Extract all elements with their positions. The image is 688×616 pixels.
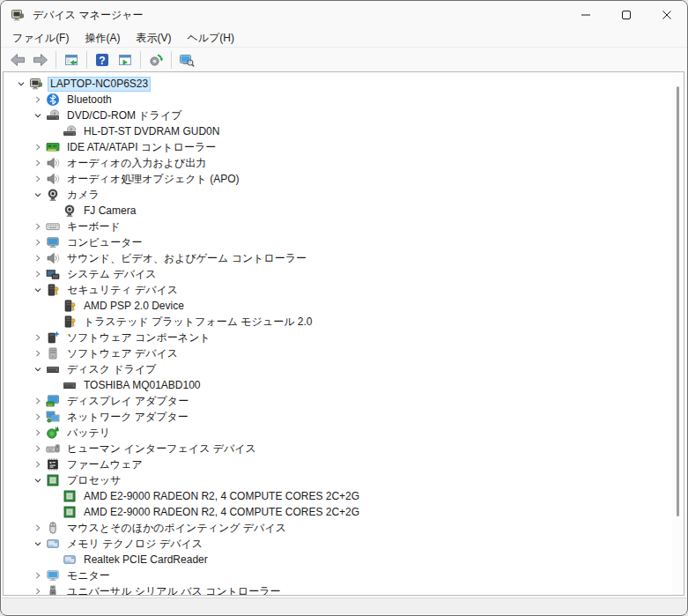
tree-item[interactable]: AMD E2-9000 RADEON R2, 4 COMPUTE CORES 2… (4, 504, 684, 520)
computer-root-icon (29, 77, 43, 91)
chevron-right-icon[interactable] (29, 93, 46, 107)
tree-item-label: IDE ATA/ATAPI コントローラー (64, 141, 218, 154)
indent-spacer (4, 560, 46, 560)
tree-item[interactable]: ソフトウェア デバイス (4, 345, 684, 361)
tree-item[interactable]: セキュリティ デバイス (4, 282, 684, 298)
tree-item[interactable]: カメラ (4, 187, 684, 203)
software-device-icon (46, 346, 60, 360)
chevron-placeholder (46, 124, 63, 138)
chevron-right-icon[interactable] (29, 330, 46, 345)
tree-item[interactable]: ユニバーサル シリアル バス コントローラー (4, 583, 684, 596)
chevron-right-icon[interactable] (29, 568, 46, 583)
show-console-tree-button[interactable] (60, 49, 83, 70)
indent-spacer (4, 147, 29, 148)
chevron-right-icon[interactable] (29, 267, 46, 281)
chevron-down-icon[interactable] (29, 537, 46, 551)
indent-spacer (4, 322, 46, 323)
tree-item[interactable]: キーボード (4, 219, 684, 234)
tree-item[interactable]: HL-DT-ST DVDRAM GUD0N (4, 123, 684, 139)
scan-hardware-changes-button[interactable] (144, 49, 167, 70)
maximize-button[interactable] (606, 1, 647, 29)
tree-item[interactable]: バッテリ (4, 425, 684, 441)
chevron-right-icon[interactable] (29, 346, 46, 360)
chevron-right-icon[interactable] (29, 235, 46, 249)
tree-item[interactable]: モニター (4, 568, 684, 583)
tree-item[interactable]: Bluetooth (4, 92, 684, 108)
chevron-right-icon[interactable] (29, 251, 46, 265)
tree-item[interactable]: コンピューター (4, 234, 684, 250)
tree-item[interactable]: サウンド、ビデオ、およびゲーム コントローラー (4, 250, 684, 266)
close-button[interactable] (647, 1, 687, 29)
tree-item-label: カメラ (64, 189, 102, 202)
tree-item[interactable]: ディスク ドライブ (4, 361, 684, 377)
toolbar-separator (171, 51, 172, 69)
chevron-right-icon[interactable] (29, 584, 46, 596)
chevron-right-icon[interactable] (29, 457, 46, 471)
chevron-right-icon[interactable] (29, 521, 46, 535)
chevron-down-icon[interactable] (12, 77, 29, 91)
menu-action[interactable]: 操作(A) (77, 29, 128, 48)
tree-item[interactable]: トラステッド プラットフォーム モジュール 2.0 (4, 314, 684, 330)
tree-item[interactable]: メモリ テクノロジ デバイス (4, 536, 684, 552)
chevron-right-icon[interactable] (29, 410, 46, 424)
indent-spacer (4, 258, 29, 259)
chevron-right-icon[interactable] (29, 426, 46, 440)
show-action-pane-button[interactable] (114, 49, 137, 70)
chevron-down-icon[interactable] (29, 108, 46, 122)
chevron-down-icon[interactable] (29, 188, 46, 202)
tree-item[interactable]: ヒューマン インターフェイス デバイス (4, 441, 684, 456)
chevron-down-icon[interactable] (29, 362, 46, 376)
tree-item[interactable]: マウスとそのほかのポインティング デバイス (4, 520, 684, 536)
chevron-placeholder (46, 315, 63, 329)
tree-item-label: モニター (64, 569, 113, 583)
tree-item-label: メモリ テクノロジ デバイス (64, 538, 205, 551)
chevron-down-icon[interactable] (29, 473, 46, 487)
dvd-drive-icon (46, 108, 60, 122)
audio-icon (46, 251, 60, 265)
action-window-icon (116, 51, 134, 69)
tree-item[interactable]: プロセッサ (4, 472, 684, 488)
vertical-scrollbar[interactable] (672, 72, 684, 595)
tree-item[interactable]: TOSHIBA MQ01ABD100 (4, 377, 684, 393)
chevron-right-icon[interactable] (29, 394, 46, 408)
tree-item[interactable]: DVD/CD-ROM ドライブ (4, 108, 684, 123)
tree-item-label: プロセッサ (64, 474, 123, 487)
menu-file[interactable]: ファイル(F) (4, 29, 77, 48)
tree-item[interactable]: ネットワーク アダプター (4, 409, 684, 425)
chevron-down-icon[interactable] (29, 283, 46, 297)
tree-item[interactable]: システム デバイス (4, 266, 684, 282)
tree-item[interactable]: AMD PSP 2.0 Device (4, 298, 684, 314)
help-button[interactable]: ? (91, 49, 114, 70)
tree-item[interactable]: Realtek PCIE CardReader (4, 552, 684, 568)
menu-view[interactable]: 表示(V) (128, 29, 179, 48)
tree-item-label: キーボード (64, 220, 123, 234)
tree-item[interactable]: AMD E2-9000 RADEON R2, 4 COMPUTE CORES 2… (4, 488, 684, 504)
chevron-right-icon[interactable] (29, 442, 46, 456)
processor-icon (63, 489, 77, 503)
chevron-right-icon[interactable] (29, 172, 46, 186)
tree-item-label: AMD E2-9000 RADEON R2, 4 COMPUTE CORES 2… (81, 490, 362, 503)
tree-item[interactable]: ファームウェア (4, 456, 684, 472)
tree-item[interactable]: オーディオの入力および出力 (4, 155, 684, 171)
tree-item[interactable]: LAPTOP-NC0P6S23 (4, 76, 684, 92)
chevron-right-icon[interactable] (29, 219, 46, 234)
indent-spacer (4, 131, 46, 132)
tree-item[interactable]: ソフトウェア コンポーネント (4, 330, 684, 345)
forward-button[interactable] (29, 49, 52, 70)
tree-item[interactable]: IDE ATA/ATAPI コントローラー (4, 139, 684, 155)
back-button[interactable] (6, 49, 29, 70)
tree-item[interactable]: ディスプレイ アダプター (4, 393, 684, 409)
processor-icon (63, 505, 77, 519)
chevron-right-icon[interactable] (29, 156, 46, 170)
chevron-right-icon[interactable] (29, 140, 46, 154)
chevron-placeholder (46, 505, 63, 519)
scrollbar-thumb[interactable] (677, 86, 679, 516)
menu-help[interactable]: ヘルプ(H) (179, 29, 242, 48)
tree-item[interactable]: オーディオ処理オブジェクト (APO) (4, 171, 684, 187)
tree-item[interactable]: FJ Camera (4, 203, 684, 219)
memory-card-icon (63, 553, 77, 567)
device-search-button[interactable] (175, 49, 198, 70)
help-icon: ? (93, 51, 111, 69)
arrow-left-icon (9, 51, 26, 69)
minimize-button[interactable] (566, 1, 606, 29)
